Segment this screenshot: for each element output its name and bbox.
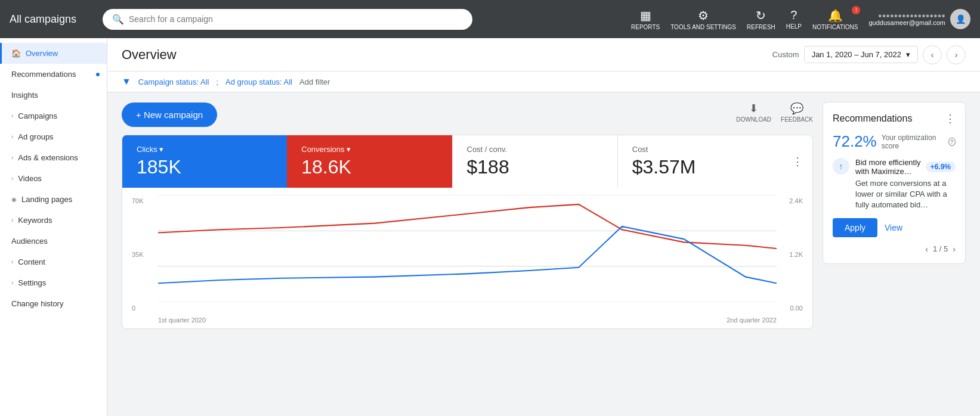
notifications-icon: 🔔: [828, 8, 843, 23]
sidebar-item-label: Videos: [18, 174, 42, 183]
chart-svg-wrap: [158, 195, 777, 302]
search-input[interactable]: [129, 14, 463, 24]
help-action[interactable]: ? HELP: [786, 8, 802, 30]
sidebar-item-label: Audiences: [11, 237, 48, 246]
chevron-icon: ›: [11, 217, 13, 223]
metric-clicks[interactable]: Clicks ▾ 185K: [122, 135, 287, 188]
filter-icon: ▼: [122, 76, 131, 87]
tools-action[interactable]: ⚙ TOOLS AND SETTINGS: [670, 8, 736, 30]
date-controls: Custom Jan 1, 2020 – Jun 7, 2022 ▾ ‹ ›: [772, 45, 966, 64]
sidebar-item-label: Settings: [18, 278, 46, 287]
overview-icon: 🏠: [11, 49, 21, 58]
recommendations-card: Recommendations ⋮ 72.2% Your optimizatio…: [823, 102, 966, 264]
view-button[interactable]: View: [885, 223, 902, 232]
tools-label: TOOLS AND SETTINGS: [670, 24, 736, 30]
add-filter-button[interactable]: Add filter: [299, 77, 330, 86]
rec-item-description: Get more conversions at a lower or simil…: [855, 178, 956, 211]
sidebar-item-recommendations[interactable]: Recommendations: [0, 64, 107, 85]
sidebar-item-label: Recommendations: [11, 70, 76, 79]
metric-cost-conv[interactable]: Cost / conv. $188: [452, 135, 617, 188]
clicks-label: Clicks ▾: [137, 145, 273, 154]
user-email: guddusameer@gmail.com: [868, 19, 945, 26]
metric-cost[interactable]: Cost $3.57M: [617, 135, 783, 188]
next-date-button[interactable]: ›: [947, 45, 966, 64]
cost-conv-value: $188: [467, 156, 603, 178]
prev-date-button[interactable]: ‹: [923, 45, 942, 64]
sidebar-item-settings[interactable]: › Settings: [0, 272, 107, 293]
sidebar-item-landing-pages[interactable]: ◉ Landing pages: [0, 189, 107, 210]
sidebar-item-content[interactable]: › Content: [0, 252, 107, 272]
dropdown-icon: ▾: [906, 50, 910, 59]
sidebar-item-ad-groups[interactable]: › Ad groups: [0, 126, 107, 147]
rec-next-button[interactable]: ›: [953, 244, 956, 254]
reports-action[interactable]: ▦ REPORTS: [631, 8, 660, 30]
info-icon[interactable]: ?: [948, 138, 956, 146]
page-title: Overview: [122, 47, 177, 63]
y-right-top: 2.4K: [779, 197, 803, 204]
top-header: All campaigns 🔍 ▦ REPORTS ⚙ TOOLS AND SE…: [0, 0, 980, 38]
rec-actions: Apply View: [833, 218, 956, 237]
y-right-bot: 0.00: [779, 305, 803, 312]
campaign-status-filter[interactable]: Campaign status: All: [138, 77, 209, 86]
metrics-header: Clicks ▾ 185K Conversions ▾ 18.6K Cost /…: [122, 135, 812, 188]
sidebar-item-campaigns[interactable]: › Campaigns: [0, 105, 107, 126]
rec-more-icon[interactable]: ⋮: [945, 112, 956, 125]
y-left-bot: 0: [132, 305, 156, 312]
help-label: HELP: [786, 23, 802, 30]
user-section[interactable]: ●●●●●●●●●●●●●●●●● guddusameer@gmail.com …: [868, 9, 970, 29]
chart-container: 70K 35K 0 2.4K 1.2K 0.00: [132, 195, 803, 314]
sidebar-item-overview[interactable]: 🏠 Overview: [0, 43, 107, 64]
rec-prev-button[interactable]: ‹: [925, 244, 928, 254]
download-icon: ⬇: [749, 102, 758, 115]
metric-conversions[interactable]: Conversions ▾ 18.6K: [287, 135, 452, 188]
sidebar-item-change-history[interactable]: Change history: [0, 293, 107, 314]
feedback-icon: 💬: [790, 102, 803, 115]
apply-button[interactable]: Apply: [833, 218, 877, 237]
sidebar-item-audiences[interactable]: Audiences: [0, 231, 107, 252]
sidebar-item-label: Content: [18, 257, 45, 266]
feedback-label: FEEDBACK: [781, 116, 813, 123]
chart-area: 70K 35K 0 2.4K 1.2K 0.00: [122, 188, 812, 328]
sub-header: Overview Custom Jan 1, 2020 – Jun 7, 202…: [107, 38, 980, 72]
cost-value: $3.57M: [632, 156, 768, 178]
chart-actions: ⬇ DOWNLOAD 💬 FEEDBACK: [736, 102, 813, 123]
conversions-value: 18.6K: [301, 156, 437, 178]
main-layout: 🏠 Overview Recommendations Insights › Ca…: [0, 38, 980, 416]
sidebar-item-label: Landing pages: [21, 195, 72, 204]
refresh-icon: ↻: [756, 8, 766, 23]
metrics-more-button[interactable]: ⋮: [783, 135, 812, 188]
date-range-button[interactable]: Jan 1, 2020 – Jun 7, 2022 ▾: [804, 46, 918, 63]
rec-page-indicator: 1 / 5: [933, 244, 948, 253]
rec-pagination: ‹ 1 / 5 ›: [833, 244, 956, 254]
sidebar-item-videos[interactable]: › Videos: [0, 168, 107, 189]
y-left-top: 70K: [132, 197, 156, 204]
refresh-action[interactable]: ↻ REFRESH: [747, 8, 775, 30]
cost-label: Cost: [632, 145, 768, 154]
x-label-right: 2nd quarter 2022: [727, 316, 777, 324]
dot-indicator: [96, 73, 100, 76]
header-actions: ▦ REPORTS ⚙ TOOLS AND SETTINGS ↻ REFRESH…: [631, 8, 970, 30]
chevron-icon: ›: [11, 154, 13, 161]
sidebar-item-label: Keywords: [18, 216, 52, 225]
rec-badge: +6.9%: [926, 162, 956, 172]
feedback-action[interactable]: 💬 FEEDBACK: [781, 102, 813, 123]
score-percentage: 72.2%: [833, 132, 877, 151]
sidebar-item-insights[interactable]: Insights: [0, 85, 107, 105]
rec-item: ↑ Bid more efficiently with Maximize… +6…: [833, 158, 956, 211]
left-panel: + New campaign ⬇ DOWNLOAD 💬 FEEDBACK: [122, 102, 813, 406]
chevron-icon: ›: [11, 280, 13, 286]
notifications-action[interactable]: 🔔 ! NOTIFICATIONS: [812, 8, 858, 30]
ad-group-status-filter[interactable]: Ad group status: All: [225, 77, 292, 86]
sidebar-item-label: Campaigns: [18, 111, 57, 120]
sidebar: 🏠 Overview Recommendations Insights › Ca…: [0, 38, 107, 416]
chevron-icon: ◉: [11, 196, 17, 203]
sidebar-item-ads-extensions[interactable]: › Ads & extensions: [0, 147, 107, 168]
sidebar-item-keywords[interactable]: › Keywords: [0, 210, 107, 231]
new-campaign-button[interactable]: + New campaign: [122, 103, 217, 127]
y-right-mid: 1.2K: [779, 251, 803, 258]
rec-item-icon: ↑: [833, 158, 849, 175]
download-action[interactable]: ⬇ DOWNLOAD: [736, 102, 771, 123]
custom-label: Custom: [772, 50, 799, 59]
chart-y-right: 2.4K 1.2K 0.00: [779, 195, 803, 314]
notifications-badge: !: [852, 6, 860, 14]
